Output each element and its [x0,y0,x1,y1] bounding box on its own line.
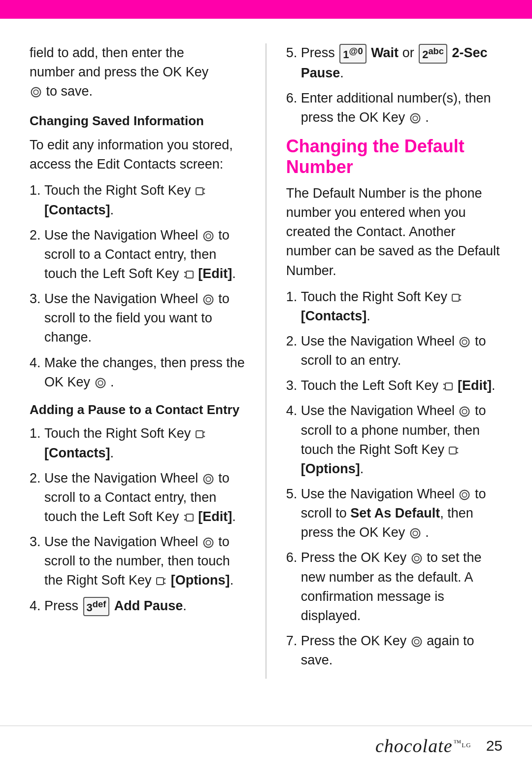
svg-point-47 [414,556,419,561]
svg-rect-2 [196,188,203,195]
svg-rect-7 [186,271,193,278]
right-soft-key-icon-ap3 [156,576,166,587]
svg-point-48 [412,637,421,646]
svg-point-42 [460,490,469,499]
adding-pause-heading: Adding a Pause to a Contact Entry [30,401,246,419]
svg-point-23 [206,540,210,545]
svg-point-11 [206,297,210,302]
changing-saved-intro: To edit any information you stored, acce… [30,136,246,174]
svg-rect-14 [196,431,203,438]
ok-key-icon [30,86,42,98]
step-ap-4: Press 3def Add Pause. [44,596,246,617]
step-dn-1: Touch the Right Soft Key [Contacts]. [301,287,502,326]
column-divider [266,43,266,679]
ok-key-icon-ri6 [409,112,421,124]
contacts-label: [Contacts] [44,203,110,217]
step-ap-3: Use the Navigation Wheel to scroll to th… [44,532,246,590]
edit-label-dn3: [Edit] [458,378,492,393]
svg-point-22 [203,538,213,548]
step-cs-3: Use the Navigation Wheel to scroll to th… [44,289,246,347]
options-label-dn4: [Options] [301,461,360,476]
brand-logo: chocolate™LG [375,735,471,757]
svg-point-44 [410,529,420,538]
adding-pause-section: Adding a Pause to a Contact Entry Touch … [30,401,246,617]
step-dn-3: Touch the Left Soft Key [Edit]. [301,376,502,395]
default-number-heading: Changing the DefaultNumber [286,136,502,177]
svg-rect-34 [445,383,452,390]
svg-rect-39 [449,447,456,454]
step-dn-5: Use the Navigation Wheel to scroll to Se… [301,485,502,542]
nav-wheel-icon-ap2 [202,473,214,485]
step-cs-1: Touch the Right Soft Key [Contacts]. [44,181,246,219]
intro-block: field to add, then enter the number and … [30,43,246,101]
brand-name: chocolate™LG [375,735,471,757]
svg-point-32 [460,337,469,347]
page-number: 25 [486,737,502,754]
intro-text: field to add, then enter the number and … [30,43,246,101]
contacts-label-dn: [Contacts] [301,309,367,323]
changing-saved-section: Changing Saved Information To edit any i… [30,112,246,391]
step-ri-6: Enter additional number(s), then press t… [301,89,502,127]
ok-key-icon-dn6 [411,553,423,564]
right-intro-ol: Press 1@0 Wait or 2abc 2-Sec Pause. Ente… [286,43,502,127]
right-column: Press 1@0 Wait or 2abc 2-Sec Pause. Ente… [286,43,502,679]
key-2sec: 2abc [419,44,447,64]
right-soft-key-icon-dn4 [448,445,459,456]
left-soft-key-icon [183,269,194,280]
svg-point-12 [96,378,105,387]
key-1wait: 1@0 [339,44,366,64]
step-cs-2: Use the Navigation Wheel to scroll to a … [44,226,246,283]
svg-point-13 [98,381,102,385]
ok-key-icon-cs4 [95,377,106,389]
step-dn-4: Use the Navigation Wheel to scroll to a … [301,401,502,479]
svg-point-18 [206,477,210,481]
right-soft-key-icon [195,186,206,197]
nav-wheel-icon-2 [202,230,214,242]
nav-wheel-icon-dn5 [459,489,470,501]
changing-saved-heading: Changing Saved Information [30,112,246,131]
adding-pause-steps: Touch the Right Soft Key [Contacts]. Use… [30,424,246,616]
left-soft-key-icon-dn3 [442,381,453,392]
ok-key-icon-dn5 [409,527,421,539]
nav-wheel-icon-dn2 [459,336,470,348]
nav-wheel-icon-dn4 [459,406,470,417]
step-dn-2: Use the Navigation Wheel to scroll to an… [301,332,502,370]
left-column: field to add, then enter the number and … [30,43,246,679]
svg-point-17 [203,474,213,484]
svg-point-5 [203,231,213,241]
svg-point-45 [413,531,417,535]
edit-label-ap2: [Edit] [198,509,232,524]
svg-point-38 [463,410,467,414]
svg-point-49 [414,639,419,644]
default-number-steps: Touch the Right Soft Key [Contacts]. Use… [286,287,502,670]
svg-point-1 [33,90,38,94]
nav-wheel-icon-ap3 [202,537,214,549]
svg-rect-24 [157,578,164,585]
contacts-label-ap: [Contacts] [44,446,110,460]
svg-point-43 [463,492,467,497]
changing-saved-steps: Touch the Right Soft Key [Contacts]. Use… [30,181,246,391]
top-bar [0,0,532,19]
options-label-ap3: [Options] [171,573,230,588]
svg-point-33 [463,340,467,344]
step-cs-4: Make the changes, then press the OK Key … [44,353,246,392]
right-intro-steps: Press 1@0 Wait or 2abc 2-Sec Pause. Ente… [286,43,502,127]
step-ri-5: Press 1@0 Wait or 2abc 2-Sec Pause. [301,43,502,83]
svg-point-10 [203,295,213,305]
ok-key-icon-dn7 [411,636,423,648]
svg-point-6 [206,234,210,238]
svg-point-27 [410,114,420,123]
default-number-section: Changing the DefaultNumber The Default N… [286,136,502,670]
footer: chocolate™LG 25 [0,726,532,765]
right-soft-key-icon-dn1 [451,292,462,303]
step-ap-2: Use the Navigation Wheel to scroll to a … [44,469,246,526]
brand-sub: ™LG [454,738,471,747]
right-soft-key-icon-ap1 [195,429,206,440]
svg-point-46 [412,554,421,563]
svg-rect-29 [452,294,459,301]
svg-point-37 [460,407,469,417]
step-ap-1: Touch the Right Soft Key [Contacts]. [44,424,246,462]
nav-wheel-icon-3 [202,294,214,306]
step-dn-7: Press the OK Key again to save. [301,631,502,670]
svg-point-28 [413,116,417,120]
